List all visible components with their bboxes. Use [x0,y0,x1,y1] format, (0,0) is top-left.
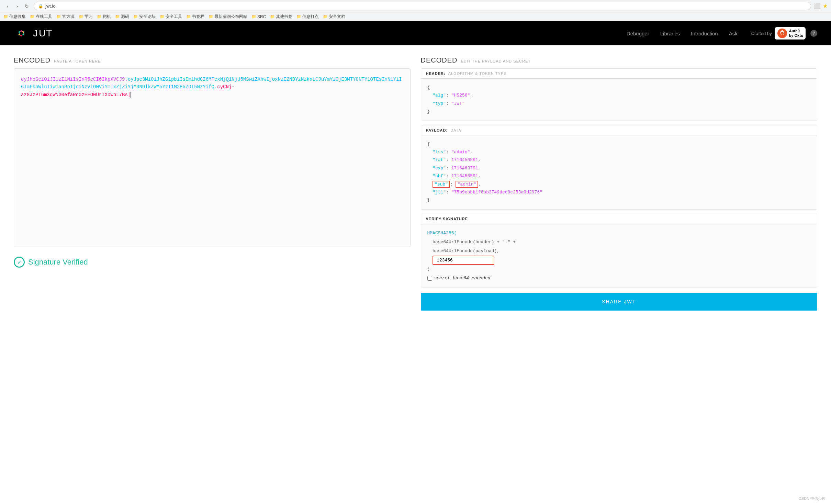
bookmark-label: 书签栏 [192,14,204,20]
decoded-subtitle: EDIT THE PAYLOAD AND SECRET [461,59,531,63]
bookmark-label: 靶机 [103,14,111,20]
base64-checkbox-text: secret base64 encoded [434,274,491,283]
main-content: Encoded PASTE A TOKEN HERE eyJhbGciOiJIU… [0,45,831,319]
encoded-header: Encoded PASTE A TOKEN HERE [14,56,411,64]
decoded-header-label: HEADER: ALGORITHM & TOKEN TYPE [421,69,817,79]
encoded-panel[interactable]: eyJhbGciOiJIUzI1NiIsInR5cCI6IkpXVCJ9.eyJ… [14,68,411,247]
two-column-layout: Encoded PASTE A TOKEN HERE eyJhbGciOiJIU… [14,56,817,311]
encoded-subtitle: PASTE A TOKEN HERE [54,59,101,63]
bookmark-item[interactable]: 📁 最新漏洞公布网站 [209,14,247,20]
encoded-column: Encoded PASTE A TOKEN HERE eyJhbGciOiJIU… [14,56,411,311]
base64-checkbox[interactable] [427,276,432,281]
decoded-header-section: HEADER: ALGORITHM & TOKEN TYPE { "alg": … [421,68,818,121]
base64-payload-text: base64UrlEncode(payload), [433,248,499,254]
bookmark-item[interactable]: 📁 书签栏 [186,14,204,20]
back-button[interactable]: ‹ [3,2,12,10]
signature-verified-area: ✓ Signature Verified [14,257,411,268]
folder-icon: 📁 [323,14,328,19]
svg-point-7 [20,32,23,35]
bookmark-label: 安全文档 [329,14,345,20]
decoded-title: Decoded [421,56,458,64]
bookmark-item[interactable]: 📁 靶机 [97,14,111,20]
folder-icon: 📁 [30,14,35,19]
folder-icon: 📁 [296,14,301,19]
bookmark-item[interactable]: 📁 源码 [115,14,129,20]
jwt-logo-icon [14,26,29,41]
bookmark-label: 源码 [121,14,129,20]
bookmark-item[interactable]: 📁 官方源 [56,14,75,20]
nav-libraries[interactable]: Libraries [660,31,680,36]
token-header-part: eyJhbGciOiJIUzI1NiIsInR5cCI6IkpXVCJ9. [21,77,128,82]
auth0-badge: Auth0 by Okta [775,27,806,40]
bookmark-label: SRC [257,14,266,19]
auth0-icon [777,29,787,38]
browser-nav-buttons: ‹ › ↻ [3,2,31,10]
address-bar[interactable]: 🔒 jwt.io [34,2,811,10]
bookmark-item[interactable]: 📁 信息收集 [3,14,26,20]
bookmark-item[interactable]: 📁 其他书签 [270,14,292,20]
forward-button[interactable]: › [13,2,21,10]
folder-icon: 📁 [251,14,256,19]
bookmark-item[interactable]: 📁 在线工具 [30,14,52,20]
secret-input[interactable] [433,256,494,265]
verify-signature-label: VERIFY SIGNATURE [421,214,817,224]
bookmark-label: 学习 [85,14,93,20]
bookmark-label: 其他书签 [276,14,292,20]
url-text: jwt.io [45,3,56,9]
bookmark-label: 信息收集 [9,14,26,20]
star-icon[interactable]: ★ [823,3,828,9]
bookmark-label: 在线工具 [36,14,52,20]
folder-icon: 📁 [56,14,61,19]
decoded-payload-section: PAYLOAD: DATA { "iss": "admin", "iat": 1… [421,125,818,210]
main-nav: Debugger Libraries Introduction Ask [627,31,738,36]
auth0-text: Auth0 by Okta [789,29,803,38]
bookmark-item[interactable]: 📁 安全论坛 [133,14,156,20]
help-icon[interactable]: ? [810,30,817,37]
svg-point-10 [781,32,784,35]
crafted-by-area: Crafted by Auth0 by Okta ? [751,27,817,40]
bookmark-label: 最新漏洞公布网站 [214,14,247,20]
bookmark-item[interactable]: 📁 信息打点 [296,14,319,20]
bookmark-item[interactable]: 📁 学习 [79,14,93,20]
lock-icon: 🔒 [38,4,43,9]
translate-icon[interactable]: ⬜ [814,3,821,9]
encoded-title: Encoded [14,56,50,64]
bookmark-label: 安全论坛 [139,14,156,20]
nav-introduction[interactable]: Introduction [691,31,718,36]
decoded-header-body[interactable]: { "alg": "HS256", "typ": "JWT" } [421,79,817,121]
reload-button[interactable]: ↻ [23,2,31,10]
folder-icon: 📁 [270,14,275,19]
bookmark-item[interactable]: 📁 安全工具 [160,14,182,20]
decoded-payload-body[interactable]: { "iss": "admin", "iat": 1716456591, "ex… [421,135,817,209]
verified-check-icon: ✓ [14,257,25,268]
hmac-fn-text: HMACSHA256( [427,231,457,236]
logo-area: JUT [14,26,627,41]
browser-bar: ‹ › ↻ 🔒 jwt.io ⬜ ★ [0,0,831,12]
bookmark-label: 安全工具 [166,14,182,20]
closing-paren: ) [427,267,430,272]
logo-text: JUT [33,28,53,39]
folder-icon: 📁 [209,14,213,19]
app-header: JUT Debugger Libraries Introduction Ask … [0,21,831,45]
folder-icon: 📁 [97,14,102,19]
bookmark-item[interactable]: 📁 SRC [251,14,266,19]
signature-verified-text: Signature Verified [28,258,88,267]
bookmark-item[interactable]: 📁 安全文档 [323,14,345,20]
crafted-by-text: Crafted by [751,31,772,36]
browser-actions: ⬜ ★ [814,3,828,9]
folder-icon: 📁 [79,14,83,19]
decoded-header: Decoded EDIT THE PAYLOAD AND SECRET [421,56,818,64]
share-jwt-button[interactable]: SHARE JWT [421,293,818,311]
folder-icon: 📁 [160,14,165,19]
bookmarks-bar: 📁 信息收集 📁 在线工具 📁 官方源 📁 学习 📁 靶机 📁 源码 📁 安全论… [0,12,831,21]
bookmark-label: 信息打点 [302,14,319,20]
decoded-column: Decoded EDIT THE PAYLOAD AND SECRET HEAD… [421,56,818,311]
nav-debugger[interactable]: Debugger [627,31,649,36]
bookmark-label: 官方源 [62,14,75,20]
folder-icon: 📁 [186,14,191,19]
folder-icon: 📁 [3,14,8,19]
base64-encoded-label[interactable]: secret base64 encoded [427,274,811,283]
nav-ask[interactable]: Ask [729,31,738,36]
verify-body: HMACSHA256( base64UrlEncode(header) + ".… [421,224,817,288]
folder-icon: 📁 [133,14,138,19]
